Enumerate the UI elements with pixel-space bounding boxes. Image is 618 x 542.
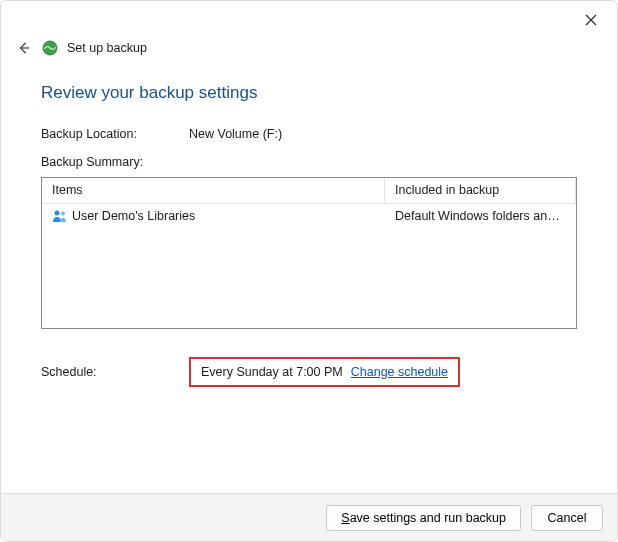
user-libraries-icon [52,209,68,223]
dialog-title: Set up backup [67,41,147,55]
svg-point-6 [61,212,65,216]
backup-location-value: New Volume (F:) [189,127,282,141]
column-header-included[interactable]: Included in backup [385,178,576,203]
content-area: Review your backup settings Backup Locat… [41,83,577,481]
save-rest: ave settings and run backup [350,511,506,525]
save-and-run-button[interactable]: Save settings and run backup [326,505,521,531]
dialog-window: Set up backup Review your backup setting… [0,0,618,542]
backup-globe-icon [41,39,59,57]
backup-summary-label: Backup Summary: [41,155,143,169]
backup-location-label: Backup Location: [41,127,189,141]
column-header-items[interactable]: Items [42,178,385,203]
backup-location-row: Backup Location: New Volume (F:) [41,127,577,141]
schedule-row: Schedule: Every Sunday at 7:00 PM Change… [41,357,577,387]
close-icon [585,14,597,26]
schedule-highlight: Every Sunday at 7:00 PM Change schedule [189,357,460,387]
change-schedule-link[interactable]: Change schedule [351,365,448,379]
backup-summary-table: Items Included in backup User Demo's Lib… [41,177,577,329]
back-button[interactable] [15,39,33,57]
schedule-label: Schedule: [41,365,189,379]
svg-point-5 [55,211,60,216]
back-arrow-icon [17,41,31,55]
close-button[interactable] [575,7,607,33]
cancel-button[interactable]: Cancel [531,505,603,531]
table-row[interactable]: User Demo's Libraries Default Windows fo… [42,204,576,228]
dialog-header: Set up backup [15,39,603,57]
page-heading: Review your backup settings [41,83,577,103]
table-header: Items Included in backup [42,178,576,203]
table-cell-included: Default Windows folders and lo… [385,204,576,228]
schedule-value: Every Sunday at 7:00 PM [201,365,343,379]
table-cell-item: User Demo's Libraries [72,209,195,223]
button-bar: Save settings and run backup Cancel [1,493,617,541]
save-mnemonic: S [341,511,349,525]
backup-summary-label-row: Backup Summary: [41,155,577,169]
